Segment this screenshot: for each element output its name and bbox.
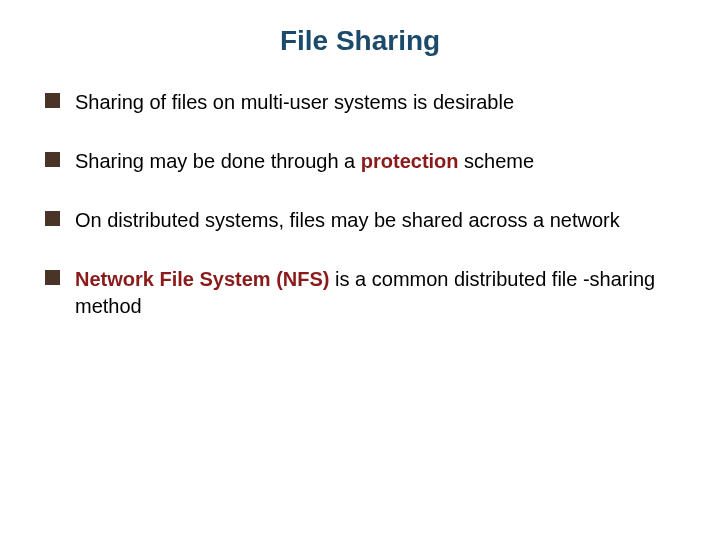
bullet-text-post: scheme xyxy=(459,150,535,172)
list-item: Sharing of files on multi-user systems i… xyxy=(45,89,675,116)
slide-container: File Sharing Sharing of files on multi-u… xyxy=(0,0,720,320)
list-item: Sharing may be done through a protection… xyxy=(45,148,675,175)
list-item: Network File System (NFS) is a common di… xyxy=(45,266,675,320)
list-item: On distributed systems, files may be sha… xyxy=(45,207,675,234)
bullet-icon xyxy=(45,152,60,167)
bullet-icon xyxy=(45,211,60,226)
bullet-text: Sharing of files on multi-user systems i… xyxy=(75,91,514,113)
bullet-text-emph: protection xyxy=(361,150,459,172)
slide-title: File Sharing xyxy=(45,25,675,57)
bullet-icon xyxy=(45,93,60,108)
bullet-text-pre: Sharing may be done through a xyxy=(75,150,361,172)
bullet-list: Sharing of files on multi-user systems i… xyxy=(45,89,675,320)
bullet-text-emph: Network File System (NFS) xyxy=(75,268,330,290)
bullet-icon xyxy=(45,270,60,285)
bullet-text: On distributed systems, files may be sha… xyxy=(75,209,620,231)
